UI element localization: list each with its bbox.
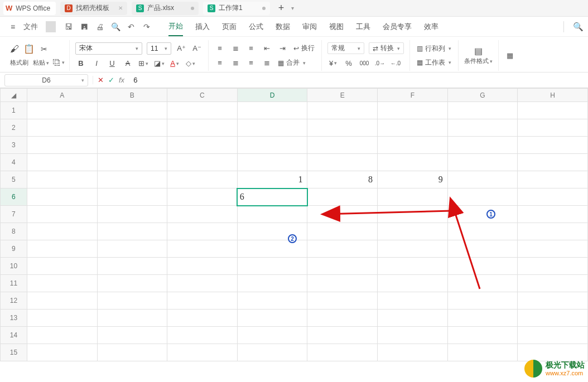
confirm-icon[interactable]: ✓	[108, 76, 114, 84]
chevron-down-icon[interactable]: ▾	[291, 5, 294, 11]
decrease-font-icon[interactable]: A⁻	[191, 43, 203, 54]
bold-icon[interactable]: B	[75, 58, 86, 69]
close-icon[interactable]: ✕	[118, 5, 123, 11]
col-header-G[interactable]: G	[447, 89, 518, 102]
fill-color-icon[interactable]: ◪	[153, 58, 165, 69]
cell-D6-editing[interactable]: 6	[237, 188, 307, 206]
menu-page[interactable]: 页面	[222, 17, 237, 36]
inc-decimal-icon[interactable]: .0→	[374, 57, 385, 69]
row-header[interactable]: 7	[1, 206, 27, 223]
col-header-D[interactable]: D	[237, 89, 307, 102]
align-middle-icon[interactable]: ≣	[230, 43, 241, 54]
row-header[interactable]: 8	[1, 223, 27, 240]
tab-product-xlsx[interactable]: S 产品.xlsx	[132, 2, 199, 15]
cond-format-button[interactable]: ▤ 条件格式	[464, 46, 493, 65]
col-header-C[interactable]: C	[167, 89, 238, 102]
row-header[interactable]: 6	[1, 188, 27, 206]
number-format-select[interactable]: 常规 ▾	[327, 42, 364, 54]
increase-font-icon[interactable]: A⁺	[176, 43, 187, 54]
worksheet-button[interactable]: ▦ 工作表	[416, 57, 452, 68]
row-header[interactable]: 12	[1, 292, 27, 310]
menu-formula[interactable]: 公式	[249, 17, 263, 36]
font-size-select[interactable]: 11 ▾	[147, 42, 171, 55]
cancel-icon[interactable]: ✕	[98, 76, 104, 84]
convert-button[interactable]: ⇄ 转换	[369, 42, 404, 54]
row-header[interactable]: 5	[1, 171, 27, 188]
align-top-icon[interactable]: ≡	[214, 43, 225, 54]
rows-cols-button[interactable]: ▥ 行和列	[416, 43, 452, 54]
border-icon[interactable]: ⊞	[138, 58, 149, 69]
new-tab-button[interactable]: +	[274, 2, 288, 15]
cell-D5[interactable]: 1	[237, 171, 307, 188]
row-header[interactable]: 15	[1, 344, 27, 361]
paste-label[interactable]: 粘贴	[33, 59, 49, 67]
tab-template[interactable]: D 找稻壳模板 ✕	[60, 2, 127, 15]
col-header-E[interactable]: E	[307, 89, 378, 102]
row-header[interactable]: 4	[1, 154, 27, 171]
col-header-B[interactable]: B	[97, 89, 167, 102]
search-icon[interactable]: 🔍	[573, 22, 584, 32]
wrap-text-button[interactable]: ↩ 换行	[292, 43, 316, 54]
indent-inc-icon[interactable]: ⇥	[277, 43, 288, 54]
menu-efficiency[interactable]: 效率	[424, 17, 438, 36]
italic-icon[interactable]: I	[91, 58, 102, 69]
underline-icon[interactable]: U	[107, 58, 118, 69]
dec-decimal-icon[interactable]: ←.0	[390, 57, 401, 69]
menu-insert[interactable]: 插入	[195, 17, 210, 36]
redo-icon[interactable]: ↷	[142, 22, 152, 31]
merge-button[interactable]: ▦ 合并	[277, 57, 307, 68]
col-header-H[interactable]: H	[518, 89, 588, 102]
menu-view[interactable]: 视图	[329, 17, 344, 36]
menu-tabs: 开始 插入 页面 公式 数据 审阅 视图 工具 会员专享 效率	[168, 17, 438, 36]
row-header[interactable]: 9	[1, 240, 27, 258]
strike-icon[interactable]: A	[122, 58, 133, 69]
row-header[interactable]: 1	[1, 102, 27, 119]
justify-icon[interactable]: ≣	[261, 57, 272, 69]
row-header[interactable]: 13	[1, 310, 27, 327]
font-name-select[interactable]: 宋体 ▾	[75, 42, 142, 55]
menu-icon[interactable]: ≡	[8, 22, 18, 31]
file-menu[interactable]: 文件	[23, 22, 38, 32]
row-header[interactable]: 10	[1, 258, 27, 275]
currency-icon[interactable]: ¥	[327, 57, 339, 69]
select-all-corner[interactable]: ◢	[1, 89, 27, 102]
save-icon[interactable]: 🖫	[64, 22, 74, 31]
thousands-icon[interactable]: 000	[359, 57, 370, 69]
copy-icon[interactable]: ⿻	[54, 57, 64, 67]
menu-data[interactable]: 数据	[276, 17, 290, 36]
print-icon[interactable]: 🖨	[95, 22, 105, 31]
row-header[interactable]: 2	[1, 119, 27, 137]
align-center-icon[interactable]: ≣	[230, 57, 241, 69]
cell-E5[interactable]: 8	[307, 171, 378, 188]
align-bottom-icon[interactable]: ≡	[245, 43, 257, 54]
grid-body[interactable]: 1 2 3 4 5 1 8 9 6 6 7 8 9 10 11 12 13 14…	[1, 102, 588, 361]
name-box[interactable]: D6 ▾	[4, 74, 88, 86]
format-painter-button[interactable]: 🖌	[10, 44, 19, 54]
font-color-icon[interactable]: A	[169, 58, 180, 69]
row-header[interactable]: 14	[1, 327, 27, 344]
save-as-icon[interactable]: 🖪	[79, 22, 89, 31]
fx-icon[interactable]: fx	[119, 76, 124, 84]
undo-icon[interactable]: ↶	[126, 22, 136, 31]
percent-icon[interactable]: %	[343, 57, 354, 69]
align-right-icon[interactable]: ≡	[245, 57, 257, 69]
row-header[interactable]: 11	[1, 275, 27, 292]
col-header-F[interactable]: F	[378, 89, 448, 102]
menu-member[interactable]: 会员专享	[383, 17, 412, 36]
indent-dec-icon[interactable]: ⇤	[261, 43, 272, 54]
spreadsheet-grid[interactable]: ◢ A B C D E F G H 1 2 3 4 5 1 8 9 6 6	[0, 88, 588, 361]
cut-icon[interactable]: ✂	[39, 44, 49, 54]
paste-button[interactable]: 📋	[23, 43, 35, 54]
col-header-A[interactable]: A	[27, 89, 97, 102]
cell-F5[interactable]: 9	[378, 171, 448, 188]
clear-format-icon[interactable]: ◇	[185, 58, 196, 69]
menu-review[interactable]: 审阅	[302, 17, 317, 36]
align-left-icon[interactable]: ≡	[214, 57, 225, 69]
row-header[interactable]: 3	[1, 137, 27, 154]
menu-tools[interactable]: 工具	[356, 17, 370, 36]
preview-icon[interactable]: 🔍	[110, 22, 121, 31]
menu-start[interactable]: 开始	[168, 17, 183, 36]
tab-workbook1[interactable]: S 工作簿1	[203, 2, 270, 15]
formula-input[interactable]: 6	[129, 76, 588, 84]
more-icon[interactable]: ▦	[504, 50, 515, 61]
